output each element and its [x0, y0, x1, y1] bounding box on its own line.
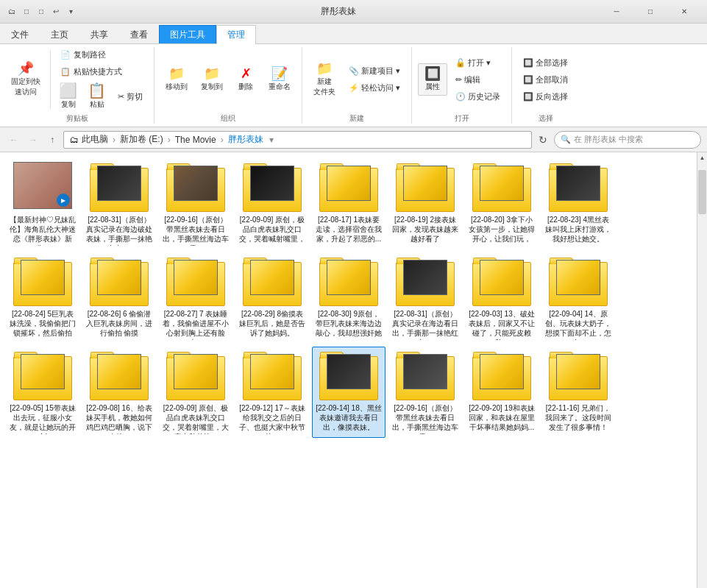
- breadcrumb-movie[interactable]: The Movie: [175, 135, 216, 145]
- refresh-button[interactable]: ↻: [535, 132, 551, 148]
- folder-with-thumb: [319, 256, 378, 306]
- file-item[interactable]: [22-08-31]（原创）真实记录在海边破处表妹，手撕那一抹艳红与...: [82, 158, 156, 249]
- file-item[interactable]: [22-09-09] 原创、极品白虎表妹乳交口交，哭着射嘴里，大家中秋节快...: [159, 347, 232, 438]
- edit-button[interactable]: ✏ 编辑: [450, 72, 505, 88]
- address-field[interactable]: 🗂 此电脑 › 新加卷 (E:) › The Movie › 胖彤表妹 ▾: [63, 131, 532, 149]
- copy-path-button[interactable]: 📄 复制路径: [55, 47, 148, 63]
- forward-button[interactable]: →: [25, 132, 41, 148]
- folder-preview-image: [556, 260, 600, 295]
- scroll-track[interactable]: [697, 163, 707, 588]
- tab-share[interactable]: 共享: [79, 25, 119, 43]
- tab-image-tools[interactable]: 图片工具: [159, 25, 216, 43]
- easy-access-button[interactable]: ⚡ 轻松访问 ▾: [344, 80, 405, 96]
- back-button[interactable]: ←: [6, 132, 22, 148]
- file-item[interactable]: [22-08-17] 1表妹要走读，选择宿舍在我家，升起了邪恶的...: [312, 158, 386, 249]
- file-item[interactable]: [22-08-27] 7 表妹睡着，我偷偷进屋不小心射到胸上还有脸上...: [159, 252, 232, 344]
- tab-view[interactable]: 查看: [119, 25, 159, 43]
- file-item[interactable]: [22-09-12] 17～表妹给我乳交之后的日子、也挺大家中秋节快...: [235, 347, 309, 438]
- file-name: [22-09-09] 原创，极品白虎表妹乳交口交，哭着喊射嘴里，: [239, 215, 305, 244]
- file-name: [22-09-12] 17～表妹给我乳交之后的日子、也挺大家中秋节快...: [239, 403, 305, 434]
- quick-access-icon[interactable]: □: [21, 6, 32, 18]
- file-item[interactable]: [22-09-20] 19和表妹回家，和表妹在屋里干坏事结果她妈妈...: [465, 347, 539, 438]
- paste-button[interactable]: 📋 粘贴: [84, 81, 110, 112]
- breadcrumb-drive[interactable]: 新加卷 (E:): [120, 133, 163, 146]
- breadcrumb-current[interactable]: 胖彤表妹: [228, 133, 263, 146]
- new-folder-button[interactable]: 📁 新建文件夹: [308, 58, 341, 101]
- move-to-button[interactable]: 📁 移动到: [160, 63, 193, 96]
- file-item[interactable]: [22-08-30] 9原创，带巨乳表妹来海边边敲心，我却想强奸她: [312, 252, 386, 344]
- search-field[interactable]: 🔍 在 胖彤表妹 中搜索: [554, 131, 701, 149]
- file-item[interactable]: [22-08-31]（原创）真实记录在海边看日出，手撕那一抹艳红与...: [388, 252, 462, 344]
- file-list[interactable]: ▶【最新封神♡兄妹乱伦】海角乱伦大神迷恋《胖形表妹》新作...[22-08-31…: [0, 152, 697, 588]
- file-name: [22-09-14] 18、黑丝表妹邀请我去看日出，像摸表妹。: [316, 403, 382, 432]
- file-item[interactable]: [22-08-23] 4黑丝表妹叫我上床打游戏，我好想让她交。: [541, 158, 615, 249]
- copy-button[interactable]: ⬜ 复制: [55, 81, 81, 112]
- open-button[interactable]: 🔓 打开 ▾: [450, 55, 505, 71]
- pin-label: 固定到快速访问: [11, 77, 40, 97]
- scroll-thumb[interactable]: [698, 170, 706, 214]
- copy-path-icon: 📄: [60, 50, 71, 60]
- dropdown-icon[interactable]: ▾: [65, 6, 77, 18]
- deselect-all-button[interactable]: 🔲 全部取消: [518, 72, 573, 88]
- breadcrumb-pc[interactable]: 此电脑: [82, 133, 108, 146]
- file-item[interactable]: [22-09-09] 原创，极品白虎表妹乳交口交，哭着喊射嘴里，: [235, 158, 309, 249]
- invert-select-button[interactable]: 🔲 反向选择: [518, 89, 573, 105]
- file-item[interactable]: [22-08-24] 5巨乳表妹洗澡，我偷偷把门锁摧坏，然后偷拍: [6, 252, 79, 344]
- file-name: [22-08-20] 3拿下小女孩第一步，让她得开心，让我们玩，: [469, 215, 535, 244]
- file-thumbnail: [319, 162, 378, 213]
- minimize-button[interactable]: ─: [600, 0, 633, 24]
- paste-shortcut-button[interactable]: 📋 粘贴快捷方式: [55, 64, 148, 79]
- folder-preview-image: [480, 354, 524, 389]
- folder-with-thumb: [243, 350, 302, 400]
- pin-button[interactable]: 📌 固定到快速访问: [6, 58, 46, 101]
- scroll-up-button[interactable]: ▲: [697, 152, 707, 163]
- tab-manage[interactable]: 管理: [216, 25, 256, 44]
- file-item[interactable]: ▶【最新封神♡兄妹乱伦】海角乱伦大神迷恋《胖形表妹》新作...: [6, 158, 79, 249]
- file-item[interactable]: [22-08-20] 3拿下小女孩第一步，让她得开心，让我们玩，: [465, 158, 539, 249]
- folder-with-thumb: [243, 162, 302, 212]
- file-thumbnail: [90, 256, 149, 308]
- scrollbar[interactable]: ▲ ▼: [697, 152, 707, 588]
- file-item[interactable]: [22-11-16] 兄弟们，我回来了。这段时间发生了很多事情！: [541, 347, 615, 438]
- file-item[interactable]: [22-09-03] 13、破处表妹后，回家又不让碰了，只能死皮赖脸...: [465, 252, 539, 344]
- rename-icon: 📝: [271, 67, 288, 80]
- folder-preview-image: [327, 166, 371, 201]
- breadcrumb-dropdown[interactable]: ▾: [269, 135, 274, 145]
- up-button[interactable]: ↑: [44, 132, 60, 148]
- select-all-button[interactable]: 🔲 全部选择: [518, 55, 573, 71]
- copy-to-label: 复制到: [201, 82, 223, 92]
- tab-home[interactable]: 主页: [40, 25, 79, 43]
- cut-button[interactable]: ✂ 剪切: [113, 81, 148, 112]
- copy-to-button[interactable]: 📁 复制到: [196, 63, 228, 96]
- delete-button[interactable]: ✗ 删除: [231, 63, 260, 96]
- file-item[interactable]: [22-09-16]（原创）带黑丝表妹去看日出，手撕黑丝海边车震...: [159, 158, 232, 249]
- folder-with-thumb: [472, 256, 531, 306]
- rename-button[interactable]: 📝 重命名: [263, 63, 296, 96]
- select-buttons: 🔲 全部选择 🔲 全部取消 🔲 反向选择: [518, 47, 573, 112]
- file-thumbnail: [166, 256, 225, 308]
- undo-icon[interactable]: ↩: [50, 6, 62, 18]
- close-button[interactable]: ✕: [667, 0, 701, 24]
- file-name: [22-09-20] 19和表妹回家，和表妹在屋里干坏事结果她妈妈...: [469, 403, 535, 432]
- file-item[interactable]: [22-09-16]（原创）带黑丝表妹去看日出，手撕黑丝海边车震...: [388, 347, 462, 438]
- file-item[interactable]: [22-09-04] 14、原创、玩表妹大奶子，想摸下面却不止，怎么...: [541, 252, 615, 344]
- new-item-button[interactable]: 📎 新建项目 ▾: [344, 63, 405, 79]
- history-button[interactable]: 🕐 历史记录: [450, 89, 505, 105]
- ribbon-group-new: 📁 新建文件夹 📎 新建项目 ▾ ⚡ 轻松访问 ▾ 新建: [302, 47, 412, 124]
- file-item[interactable]: [22-09-14] 18、黑丝表妹邀请我去看日出，像摸表妹。: [312, 347, 386, 438]
- tab-file[interactable]: 文件: [0, 25, 40, 43]
- file-name: [22-08-31]（原创）真实记录在海边破处表妹，手撕那一抹艳红与...: [86, 215, 152, 246]
- save-icon[interactable]: □: [35, 6, 47, 18]
- properties-button[interactable]: 🔲 属性: [418, 63, 447, 96]
- file-item[interactable]: [22-09-05] 15带表妹出去玩，征服小女友，就是让她玩的开心!: [6, 347, 79, 438]
- file-item[interactable]: [22-08-26] 6 偷偷潜入巨乳表妹房间，进行偷拍 偷摸: [82, 252, 156, 344]
- maximize-button[interactable]: □: [633, 0, 667, 24]
- window-title: 胖彤表妹: [77, 5, 600, 18]
- file-thumbnail: [243, 256, 302, 308]
- folder-with-thumb: [90, 256, 149, 306]
- file-item[interactable]: [22-09-08] 16、给表妹买手机，教她如何鸡巴鸡巴晒胸，说下次给...: [82, 347, 156, 438]
- folder-with-thumb: [549, 162, 608, 212]
- file-item[interactable]: [22-08-19] 2接表妹回家，发现表妹越来越好看了: [388, 158, 462, 249]
- folder-preview-image: [556, 166, 600, 201]
- file-item[interactable]: [22-08-29] 8偷摸表妹巨乳后，她是否告诉了她妈妈。: [235, 252, 309, 344]
